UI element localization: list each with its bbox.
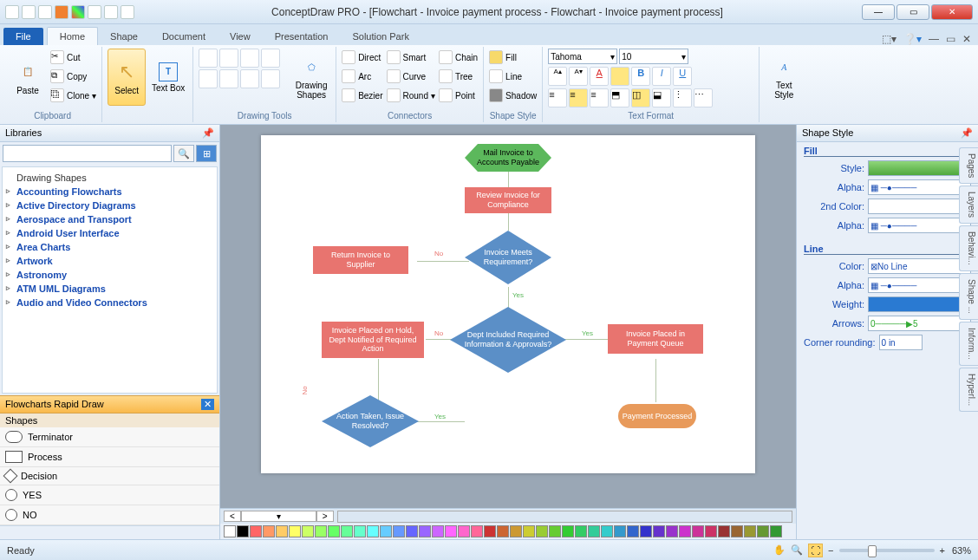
arc-button[interactable]: Arc [342, 68, 382, 85]
font-shrink[interactable]: A▾ [569, 67, 588, 86]
node-dept-approvals[interactable]: Dept Included Required Information & App… [450, 307, 566, 373]
bezier-button[interactable]: Bezier [342, 87, 382, 104]
bold-button[interactable]: B [631, 67, 650, 86]
help-icon-2[interactable]: ❔▾ [903, 33, 922, 45]
swatch[interactable] [588, 525, 600, 537]
drawing-shapes-button[interactable]: ⬠ Drawing Shapes [292, 49, 330, 106]
swatch[interactable] [523, 525, 535, 537]
sidetab-layers[interactable]: Layers [959, 186, 978, 224]
swatch[interactable] [289, 525, 301, 537]
child-max-icon[interactable]: ▭ [946, 33, 955, 45]
select-button[interactable]: ↖ Select [108, 49, 146, 106]
font-size-select[interactable]: 10▾ [619, 49, 688, 64]
tab-shape[interactable]: Shape [98, 28, 150, 45]
shape-no[interactable]: NO [0, 505, 219, 525]
swatch[interactable] [263, 525, 275, 537]
close-button[interactable]: ✕ [931, 4, 973, 20]
page-prev[interactable]: < [224, 511, 241, 522]
arrows-picker[interactable]: 0─────▶5▾ [868, 316, 971, 331]
bullets[interactable]: ⋮ [673, 88, 692, 107]
lib-astronomy[interactable]: Astronomy [6, 268, 213, 282]
swatch[interactable] [497, 525, 509, 537]
shadow-button[interactable]: Shadow [489, 87, 537, 104]
qat-btn-4[interactable] [55, 5, 68, 19]
canvas-tab-bar[interactable]: < ▾ > [220, 508, 796, 524]
chain-button[interactable]: Chain [439, 49, 478, 66]
valign-bot[interactable]: ⬓ [652, 88, 671, 107]
swatch[interactable] [380, 525, 392, 537]
help-icon[interactable]: ⬚▾ [882, 33, 896, 45]
swatch[interactable] [458, 525, 470, 537]
font-grow[interactable]: A▴ [548, 67, 567, 86]
swatch[interactable] [653, 525, 665, 537]
color2-picker[interactable]: ▾ [868, 199, 971, 214]
qat-btn-5[interactable] [71, 5, 85, 19]
pin-icon-right[interactable]: 📌 [961, 127, 973, 139]
swatch[interactable] [484, 525, 496, 537]
tool-line[interactable] [219, 49, 238, 68]
italic-button[interactable]: I [652, 67, 671, 86]
swatch[interactable] [328, 525, 340, 537]
lib-drawing-shapes[interactable]: Drawing Shapes [6, 171, 213, 185]
qat-btn-1[interactable] [5, 5, 19, 19]
highlight[interactable] [610, 67, 629, 86]
swatch[interactable] [445, 525, 457, 537]
swatch[interactable] [432, 525, 444, 537]
page-next[interactable]: > [316, 511, 334, 522]
swatch[interactable] [237, 525, 249, 537]
node-payment-processed[interactable]: Payment Processed [618, 404, 696, 428]
swatch[interactable] [406, 525, 418, 537]
node-review[interactable]: Review Invoice for Compliance [465, 187, 551, 213]
underline-button[interactable]: U [673, 67, 692, 86]
swatch[interactable] [640, 525, 652, 537]
lib-active-directory[interactable]: Active Directory Diagrams [6, 199, 213, 212]
swatch[interactable] [744, 525, 756, 537]
library-list[interactable]: Drawing Shapes Accounting Flowcharts Act… [2, 166, 218, 394]
smart-button[interactable]: Smart [387, 49, 435, 66]
swatch[interactable] [601, 525, 613, 537]
node-payment-queue[interactable]: Invoice Placed in Payment Queue [608, 324, 703, 354]
qat-btn-8[interactable] [121, 5, 134, 19]
swatch[interactable] [692, 525, 704, 537]
shape-terminator[interactable]: Terminator [0, 427, 219, 447]
numbers[interactable]: ⋯ [694, 88, 713, 107]
fill-button[interactable]: Fill [489, 49, 537, 66]
shape-decision[interactable]: Decision [0, 467, 219, 485]
tab-solution-park[interactable]: Solution Park [340, 28, 421, 45]
rapid-draw-header[interactable]: Flowcharts Rapid Draw ✕ [0, 395, 219, 413]
qat-btn-6[interactable] [88, 5, 101, 19]
swatch[interactable] [224, 525, 236, 537]
qat-btn-7[interactable] [104, 5, 118, 19]
view-mode-button[interactable]: ⊞ [196, 145, 217, 162]
page-tab-dropdown[interactable]: ▾ [241, 511, 316, 522]
qat-btn-2[interactable] [22, 5, 36, 19]
textbox-button[interactable]: T Text Box [149, 49, 187, 106]
child-close-icon[interactable]: ✕ [962, 33, 971, 45]
tab-presentation[interactable]: Presentation [263, 28, 341, 45]
clone-button[interactable]: ⿻Clone▾ [50, 87, 96, 104]
tool-poly[interactable] [219, 69, 238, 88]
tab-home[interactable]: Home [47, 27, 98, 45]
hand-tool-icon[interactable]: ✋ [773, 544, 786, 556]
line-alpha-slider[interactable]: ▦ ─●──── [868, 277, 971, 293]
shape-yes[interactable]: YES [0, 485, 219, 505]
node-meets-req[interactable]: Invoice Meets Requirement? [465, 231, 551, 284]
direct-button[interactable]: Direct [342, 49, 382, 66]
pin-icon[interactable]: 📌 [202, 127, 214, 139]
point-button[interactable]: Point [439, 87, 478, 104]
swatch[interactable] [419, 525, 431, 537]
sidetab-pages[interactable]: Pages [959, 147, 978, 184]
color2-alpha-slider[interactable]: ▦ ─●──── [868, 218, 971, 233]
swatch[interactable] [757, 525, 769, 537]
node-return-supplier[interactable]: Return Invoice to Supplier [313, 246, 408, 274]
tab-view[interactable]: View [218, 28, 263, 45]
drawing-page[interactable]: Mail Invoice to Accounts Payable Review … [261, 135, 755, 473]
node-on-hold[interactable]: Invoice Placed on Hold, Dept Notified of… [322, 322, 424, 358]
swatch[interactable] [315, 525, 327, 537]
swatch[interactable] [250, 525, 262, 537]
sidetab-info[interactable]: Inform... [959, 322, 978, 366]
swatch[interactable] [367, 525, 379, 537]
swatch[interactable] [770, 525, 782, 537]
zoom-out-icon[interactable]: − [828, 545, 833, 556]
minimize-button[interactable]: — [862, 4, 895, 20]
